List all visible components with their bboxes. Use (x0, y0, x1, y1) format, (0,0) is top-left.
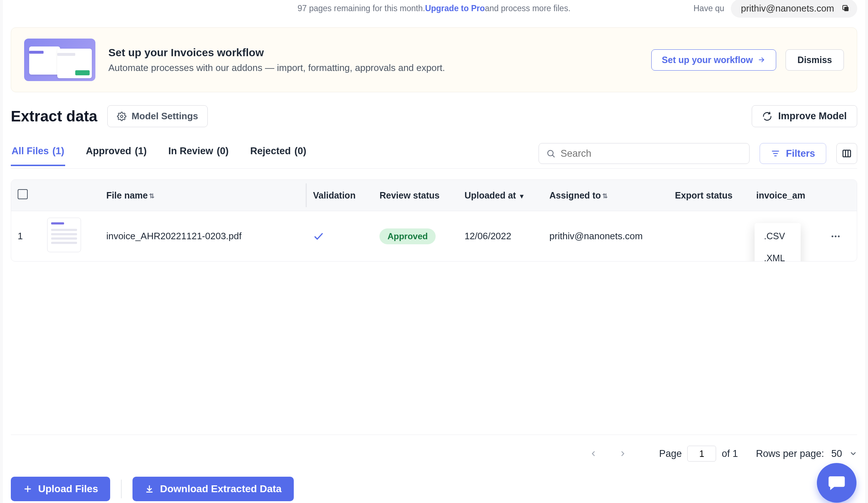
setup-workflow-banner: Set up your Invoices workflow Automate p… (11, 27, 857, 92)
export-status-cell (669, 211, 750, 262)
upload-files-button[interactable]: Upload Files (11, 477, 110, 501)
row-actions-cell (824, 211, 857, 262)
plus-icon (23, 484, 32, 494)
uploaded-at-cell: 12/06/2022 (458, 211, 543, 262)
page-input[interactable] (687, 446, 716, 462)
tab-all-files-label: All Files (12, 146, 49, 157)
col-file-name[interactable]: File name⇅ (100, 180, 306, 211)
chevron-down-icon (849, 450, 857, 458)
setup-workflow-button-label: Set up your workflow (662, 55, 753, 65)
svg-point-14 (838, 235, 840, 237)
files-table: File name⇅ Validation Review status Uplo… (11, 179, 857, 262)
dismiss-button[interactable]: Dismiss (786, 49, 844, 71)
svg-point-13 (835, 235, 836, 237)
tab-in-review-count: (0) (217, 146, 229, 157)
model-settings-button[interactable]: Model Settings (107, 105, 208, 127)
col-review-status: Review status (373, 180, 458, 211)
col-uploaded-at[interactable]: Uploaded at ▼ (458, 180, 543, 211)
tab-approved[interactable]: Approved (1) (85, 146, 148, 166)
top-notice-bar: 97 pages remaining for this month. Upgra… (11, 0, 857, 17)
user-email-text: prithiv@nanonets.com (741, 3, 834, 14)
sort-icon: ⇅ (149, 192, 154, 200)
validation-cell (307, 211, 373, 262)
col-actions (824, 180, 857, 211)
tab-rejected[interactable]: Rejected (0) (249, 146, 307, 166)
page-label: Page (659, 448, 682, 459)
col-uploaded-at-label: Uploaded at (464, 190, 516, 200)
banner-title: Set up your Invoices workflow (108, 46, 445, 59)
chat-icon (827, 473, 846, 493)
improve-model-button[interactable]: Improve Model (752, 105, 857, 127)
improve-model-label: Improve Model (778, 111, 847, 122)
tab-in-review-label: In Review (168, 146, 213, 157)
row-index: 1 (11, 211, 41, 262)
download-extracted-button[interactable]: Download Extracted Data (132, 477, 294, 501)
status-badge: Approved (379, 228, 436, 244)
file-thumbnail[interactable] (47, 218, 81, 252)
chat-fab-button[interactable] (817, 463, 856, 503)
col-export-status: Export status (669, 180, 750, 211)
tab-in-review[interactable]: In Review (0) (168, 146, 230, 166)
pagination-bar: Page of 1 Rows per page: 50 (11, 435, 857, 462)
search-input[interactable] (561, 148, 742, 159)
col-invoice-am: invoice_am (750, 180, 823, 211)
svg-rect-9 (843, 150, 851, 157)
upgrade-to-pro-link[interactable]: Upgrade to Pro (425, 4, 485, 13)
prev-page-button[interactable] (589, 450, 597, 458)
rows-per-page-label: Rows per page: (756, 448, 824, 459)
pages-remaining-text: 97 pages remaining for this month. (297, 4, 425, 13)
columns-icon (842, 148, 852, 159)
pages-remaining-suffix: and process more files. (485, 4, 571, 13)
next-page-button[interactable] (619, 450, 627, 458)
filters-label: Filters (786, 148, 815, 159)
refresh-icon (762, 111, 772, 121)
tab-rejected-count: (0) (294, 146, 306, 157)
svg-point-12 (831, 235, 833, 237)
upload-files-label: Upload Files (38, 483, 98, 495)
assigned-to-cell: prithiv@nanonets.com (543, 211, 669, 262)
search-box[interactable] (539, 143, 750, 164)
svg-line-5 (553, 155, 554, 157)
gear-icon (117, 112, 126, 121)
table-row[interactable]: 1 invoice_AHR20221121-0203.pdf (11, 211, 857, 262)
select-all-checkbox[interactable] (18, 189, 28, 199)
export-xml-item[interactable]: .XML (755, 247, 801, 262)
arrow-right-icon (758, 56, 766, 64)
export-csv-item[interactable]: .CSV (755, 225, 801, 247)
have-questions-text: Have qu (693, 4, 724, 13)
columns-button[interactable] (836, 143, 857, 164)
filters-button[interactable]: Filters (760, 143, 826, 164)
export-format-menu: .CSV .XML .XLSX (755, 223, 801, 262)
divider (121, 480, 122, 498)
tab-approved-count: (1) (135, 146, 147, 157)
more-icon[interactable] (830, 231, 841, 242)
user-email-pill[interactable]: prithiv@nanonets.com (731, 0, 857, 18)
col-assigned-to-label: Assigned to (549, 190, 601, 200)
col-validation: Validation (307, 180, 373, 211)
col-checkbox (11, 180, 41, 211)
search-icon (546, 149, 556, 158)
banner-illustration (24, 39, 95, 81)
chevron-right-icon (619, 450, 627, 458)
banner-subtitle: Automate processes with our addons — imp… (108, 62, 445, 74)
col-assigned-to[interactable]: Assigned to⇅ (543, 180, 669, 211)
download-icon (145, 484, 154, 494)
chevron-left-icon (589, 450, 597, 458)
file-name-cell[interactable]: invoice_AHR20221121-0203.pdf (100, 211, 306, 262)
page-of-label: of 1 (722, 448, 738, 459)
bottom-action-bar: Upload Files Download Extracted Data (11, 477, 857, 501)
svg-rect-0 (844, 7, 849, 11)
rows-per-page-dropdown[interactable] (849, 450, 857, 458)
download-extracted-label: Download Extracted Data (160, 483, 282, 495)
check-icon (313, 231, 324, 242)
tab-all-files-count: (1) (53, 146, 64, 157)
filter-icon (771, 149, 780, 158)
file-tabs: All Files (1) Approved (1) In Review (0)… (11, 146, 307, 166)
rows-per-page-value: 50 (831, 448, 842, 459)
col-file-name-label: File name (106, 190, 148, 200)
tab-all-files[interactable]: All Files (1) (11, 146, 65, 166)
caret-down-icon: ▼ (518, 193, 525, 200)
sort-icon: ⇅ (602, 192, 608, 200)
copy-icon[interactable] (841, 4, 850, 13)
setup-workflow-button[interactable]: Set up your workflow (651, 49, 776, 71)
